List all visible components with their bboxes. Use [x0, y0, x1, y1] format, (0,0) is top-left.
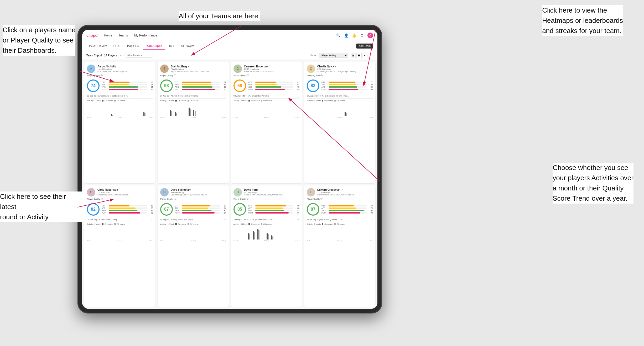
stat-value: 86: [367, 88, 373, 90]
avatar-icon[interactable]: C: [367, 33, 373, 38]
round-arrow: →: [224, 94, 226, 97]
player-name[interactable]: Cameron Robertson: [244, 65, 299, 68]
list-view-icon[interactable]: ☰: [356, 53, 362, 58]
player-name[interactable]: Edward Crossman ✓: [317, 188, 373, 191]
latest-round[interactable]: 04 Sep 23 | Mobility with coach, Gym →: [160, 217, 226, 221]
add-team-button[interactable]: Add Team: [356, 44, 373, 49]
stat-label: OTT: [175, 205, 181, 207]
on-course-label: On course: [251, 100, 259, 102]
latest-round[interactable]: 03 Mar 23 | 19, Must make putting →: [87, 217, 153, 221]
person-icon[interactable]: 👤: [344, 33, 349, 38]
tab-team-clippd[interactable]: Team Clippd: [143, 43, 165, 50]
stat-label: OTT: [321, 81, 328, 83]
stat-value: 63: [294, 84, 299, 86]
settings-icon[interactable]: ⚙: [360, 33, 364, 38]
nav-home[interactable]: Home: [104, 34, 112, 37]
stat-label: ARG: [102, 210, 108, 211]
tab-hcaps[interactable]: Hcaps 1-5: [123, 43, 142, 50]
quality-circle[interactable]: 68: [233, 79, 246, 92]
stat-row: PUTT 85: [248, 88, 299, 90]
latest-round[interactable]: 07 Aug 23 | 77 (+7), St George's Hill GC…: [307, 93, 373, 97]
chart-dates: 31 Jul 21 Aug 4 Sep: [87, 116, 153, 118]
quality-stats: OTT 89 APP 80 ARG 83 PUTT 96: [248, 205, 299, 214]
stat-row: PUTT 96: [248, 212, 299, 214]
stat-bar-bg: [255, 82, 293, 83]
player-name[interactable]: Dave Billingham ✓: [171, 188, 226, 191]
search-icon[interactable]: 🔍: [336, 33, 341, 38]
heatmap-icon[interactable]: ♦: [362, 53, 367, 58]
player-avatar: E: [307, 188, 315, 196]
stat-label: ARG: [321, 210, 328, 211]
latest-round[interactable]: 26 Aug 23 | 73 (+1), Royal North Devon G…: [160, 93, 226, 97]
annotation-top-right: Click here to view theHeatmaps or leader…: [542, 5, 623, 36]
stat-bar-bg: [329, 205, 367, 206]
tab-tour[interactable]: Tour: [166, 43, 177, 50]
show-select[interactable]: Player Activity Quality Score Trend: [319, 53, 348, 58]
quality-circle[interactable]: 87: [160, 203, 173, 216]
quality-section: 82 OTT 60 APP 77 ARG 81 PUTT: [87, 203, 153, 216]
quality-stats: OTT 61 APP 63 ARG 75 PUTT 85: [248, 81, 299, 90]
bar-offcourse: [254, 232, 255, 239]
quality-number: 83: [311, 83, 315, 88]
chart-date-1: 31 Jul: [307, 240, 311, 242]
player-name[interactable]: Charlie Quick ✓: [317, 65, 373, 68]
view-icons: ⊞ ☰ ♦ ↕: [351, 53, 373, 58]
bar-offcourse: [112, 115, 113, 116]
player-name[interactable]: Blair McHarg ✓: [171, 65, 226, 68]
tab-all-players[interactable]: All Players: [178, 43, 197, 50]
latest-round[interactable]: 02 Jul 23 | 59 (+17), Craigmillar Park G…: [233, 93, 299, 97]
stat-bar-bg: [109, 212, 147, 214]
quality-label: Player Quality ⓘ: [87, 74, 153, 77]
stat-row: OTT 82: [175, 205, 226, 207]
latest-round[interactable]: 18 Jul 23 | 74 (+3), Sunningdale GC - Ol…: [307, 217, 373, 221]
quality-circle[interactable]: 82: [87, 203, 100, 216]
player-name[interactable]: David Ford: [244, 188, 299, 191]
chart-date-2: 21 Aug: [117, 116, 122, 118]
stat-row: APP 80: [248, 207, 299, 209]
edit-icon[interactable]: ✏: [120, 54, 122, 57]
quality-circle[interactable]: 87: [307, 203, 319, 216]
quality-circle[interactable]: 83: [307, 79, 319, 92]
quality-number: 68: [237, 83, 242, 88]
quality-circle[interactable]: 85: [233, 203, 246, 216]
stat-bar-bg: [255, 210, 293, 211]
latest-round[interactable]: 02 Sep 23 | Sunset round to get back int…: [87, 93, 153, 97]
off-course-label: Off course: [263, 100, 272, 102]
round-arrow: →: [150, 94, 153, 97]
bell-icon[interactable]: 🔔: [352, 33, 356, 38]
stat-bar-bg: [182, 86, 220, 88]
quality-label: Player Quality ⓘ: [160, 198, 226, 200]
player-name[interactable]: Chris Robertson: [97, 188, 153, 191]
activity-label: Activity · 1 Month: [233, 100, 247, 102]
player-card: B Blair McHarg ✓ Plus Handicap Royal Nor…: [158, 62, 229, 183]
chart-date-3: 4 Sep: [149, 116, 153, 118]
player-name[interactable]: Aaron Nicholls: [97, 65, 153, 68]
tab-pga[interactable]: PGA: [111, 43, 122, 50]
stat-value: 75: [294, 86, 299, 88]
player-card: D David Ford 1-5 Handicap Royal North De…: [231, 185, 302, 307]
nav-teams[interactable]: Teams: [118, 34, 128, 37]
player-handicap: 1-5 Handicap: [97, 191, 153, 194]
nav-logo[interactable]: clippd: [86, 33, 97, 38]
on-course-dot: [248, 223, 250, 225]
player-header: E Edward Crossman ✓ 1-5 Handicap Sunning…: [307, 188, 373, 196]
show-label: Show:: [310, 54, 316, 57]
quality-number: 82: [91, 207, 96, 212]
stat-bar-bg: [109, 86, 147, 88]
tab-pgat-players[interactable]: PGAT Players: [86, 43, 110, 50]
nav-my-performance[interactable]: My Performance: [134, 34, 157, 37]
player-avatar: C: [307, 65, 315, 73]
filter-input[interactable]: [124, 53, 153, 58]
quality-circle[interactable]: 93: [160, 79, 173, 92]
stat-value: 83: [294, 210, 299, 211]
quality-section: 87 OTT 82 APP 74 ARG 85 PUTT: [160, 203, 226, 216]
player-header: D David Ford 1-5 Handicap Royal North De…: [233, 188, 299, 196]
stat-label: PUTT: [248, 88, 255, 90]
stat-value: 95: [221, 88, 226, 90]
stat-bar-bg: [255, 84, 293, 85]
leaderboard-icon[interactable]: ↕: [368, 53, 373, 58]
grid-view-icon[interactable]: ⊞: [351, 53, 356, 58]
quality-circle[interactable]: 74: [87, 79, 100, 92]
chart-bar-group: [111, 114, 115, 116]
latest-round[interactable]: 26 Aug 23 | 84 (+12), Royal North Devon …: [233, 217, 299, 221]
